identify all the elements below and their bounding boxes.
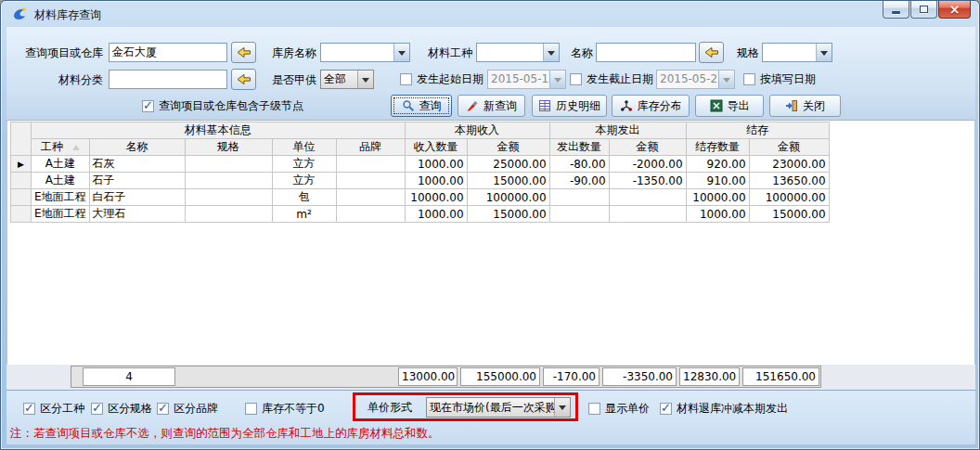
table-row[interactable]: A土建石子立方1000.0015000.00-90.00-1350.00910.… bbox=[11, 173, 830, 189]
include-children-checkbox[interactable] bbox=[142, 100, 154, 112]
chevron-down-icon bbox=[357, 71, 373, 88]
export-button[interactable]: 导出 bbox=[695, 95, 764, 117]
stock-distribution-button[interactable]: 库存分布 bbox=[612, 95, 690, 117]
exit-door-icon bbox=[785, 99, 798, 112]
summary-box-balance-qty: 12830.00 bbox=[679, 367, 740, 386]
table-cell bbox=[336, 156, 405, 173]
table-cell bbox=[185, 189, 272, 206]
column-header[interactable]: 金额 bbox=[609, 139, 686, 156]
owner-supply-select[interactable]: 全部 bbox=[320, 70, 374, 89]
table-row[interactable]: ▶A土建石灰立方1000.0025000.00-80.00-2000.00920… bbox=[11, 156, 830, 173]
table-cell: 石子 bbox=[89, 173, 185, 189]
owner-supply-label: 是否甲供 bbox=[264, 71, 316, 90]
start-date-checkbox[interactable] bbox=[400, 73, 412, 85]
table-cell: 1000.00 bbox=[686, 206, 749, 223]
name-input[interactable] bbox=[596, 43, 696, 62]
column-header[interactable]: 规格 bbox=[185, 139, 272, 156]
table-row[interactable]: E地面工程大理石m²1000.0015000.001000.0015000.00 bbox=[11, 206, 830, 223]
distinguish-spec-checkbox[interactable] bbox=[91, 403, 103, 415]
new-query-button[interactable]: 新查询 bbox=[458, 95, 525, 117]
group-header: 本期收入 bbox=[405, 122, 549, 139]
column-header[interactable]: 金额 bbox=[467, 139, 549, 156]
show-price-checkbox[interactable] bbox=[588, 403, 600, 415]
price-mode-select[interactable]: 现在市场价(最后一次采购价) bbox=[426, 397, 571, 418]
row-selector-cell[interactable] bbox=[11, 206, 32, 223]
project-lookup-button[interactable] bbox=[231, 42, 256, 63]
summary-box-issue-qty: -170.00 bbox=[543, 367, 600, 386]
row-selector-cell[interactable] bbox=[11, 173, 32, 189]
name-label: 名称 bbox=[560, 44, 593, 63]
export-button-label: 导出 bbox=[728, 98, 750, 114]
table-cell: 15000.00 bbox=[467, 173, 549, 189]
detail-table-icon bbox=[538, 99, 551, 112]
column-header[interactable]: 结存数量 bbox=[686, 139, 749, 156]
table-cell: 1000.00 bbox=[405, 156, 467, 173]
project-input[interactable] bbox=[109, 43, 227, 62]
column-header[interactable]: 工种 bbox=[32, 139, 90, 156]
column-header[interactable]: 单位 bbox=[272, 139, 336, 156]
brush-icon bbox=[466, 99, 479, 112]
column-header[interactable]: 品牌 bbox=[336, 139, 405, 156]
include-children-label: 查询项目或仓库包含子级节点 bbox=[159, 98, 303, 114]
distinguish-worktype-checkbox[interactable] bbox=[23, 403, 35, 415]
table-cell: 白石子 bbox=[89, 189, 185, 206]
distinguish-spec-checkbox-group: 区分规格 bbox=[91, 401, 152, 416]
restore-button[interactable] bbox=[910, 1, 937, 19]
table-cell: 100000.00 bbox=[467, 189, 549, 206]
name-lookup-button[interactable] bbox=[699, 42, 724, 63]
return-offset-checkbox-group: 材料退库冲减本期发出 bbox=[660, 401, 788, 416]
distinguish-brand-checkbox[interactable] bbox=[157, 403, 169, 415]
warehouse-select[interactable] bbox=[320, 43, 410, 62]
start-date-checkbox-group: 发生起始日期 bbox=[400, 71, 484, 86]
table-cell: E地面工程 bbox=[32, 206, 90, 223]
row-selector-cell[interactable] bbox=[11, 189, 32, 206]
summary-box-issue-amt: -3350.00 bbox=[602, 367, 677, 386]
table-cell: 1000.00 bbox=[405, 173, 467, 189]
chevron-down-icon bbox=[549, 71, 565, 88]
table-cell: -2000.00 bbox=[609, 156, 686, 173]
start-date-select[interactable]: 2015-05-12 bbox=[487, 70, 566, 89]
column-header[interactable]: 名称 bbox=[89, 139, 185, 156]
table-cell: A土建 bbox=[32, 156, 90, 173]
column-header[interactable]: 金额 bbox=[749, 139, 829, 156]
warehouse-label: 库房名称 bbox=[264, 44, 316, 63]
table-cell: 大理石 bbox=[89, 206, 185, 223]
distinguish-worktype-checkbox-group: 区分工种 bbox=[23, 401, 84, 416]
magnifier-icon bbox=[402, 99, 415, 112]
history-detail-button[interactable]: 历史明细 bbox=[532, 95, 607, 117]
distribution-icon bbox=[620, 99, 633, 112]
table-cell: 100000.00 bbox=[749, 189, 829, 206]
table-cell: -80.00 bbox=[549, 156, 609, 173]
chevron-down-icon bbox=[816, 44, 832, 61]
summary-box-count: 4 bbox=[83, 367, 175, 386]
end-date-label: 发生截止日期 bbox=[587, 71, 653, 87]
spec-label: 规格 bbox=[726, 44, 759, 63]
lookup-hand-icon bbox=[236, 46, 251, 58]
spec-select[interactable] bbox=[762, 43, 832, 62]
close-window-button[interactable]: 关闭 bbox=[769, 95, 841, 117]
fill-date-checkbox[interactable] bbox=[743, 73, 755, 85]
current-row-marker[interactable]: ▶ bbox=[11, 156, 32, 173]
category-lookup-button[interactable] bbox=[231, 69, 256, 90]
close-button[interactable]: × bbox=[938, 1, 971, 19]
titlebar[interactable]: 材料库存查询 × bbox=[1, 1, 979, 27]
column-header[interactable]: 收入数量 bbox=[405, 139, 467, 156]
sort-indicator-icon bbox=[72, 145, 80, 150]
end-date-select[interactable]: 2015-05-27 bbox=[656, 70, 735, 89]
table-cell: 920.00 bbox=[686, 156, 749, 173]
category-input[interactable] bbox=[109, 70, 227, 89]
table-row[interactable]: E地面工程白石子包10000.00100000.0010000.00100000… bbox=[11, 189, 830, 206]
table-cell: E地面工程 bbox=[32, 189, 90, 206]
stock-nonzero-checkbox[interactable] bbox=[245, 403, 257, 415]
table-cell: 1000.00 bbox=[405, 206, 467, 223]
minimize-button[interactable] bbox=[883, 1, 909, 19]
material-inventory-query-window: 材料库存查询 × 查询项目或仓库 库房名称 材料工种 名称 规格 材料分类 是否… bbox=[0, 0, 980, 450]
column-header[interactable]: 发出数量 bbox=[549, 139, 609, 156]
worktype-select[interactable] bbox=[476, 43, 560, 62]
table-cell: 包 bbox=[272, 189, 336, 206]
query-button[interactable]: 查询 bbox=[391, 95, 452, 117]
return-offset-checkbox[interactable] bbox=[660, 403, 672, 415]
footnote: 注：若查询项目或仓库不选，则查询的范围为全部仓库和工地上的库房材料总和数。 bbox=[10, 426, 440, 442]
table-cell bbox=[185, 156, 272, 173]
end-date-checkbox[interactable] bbox=[570, 73, 582, 85]
